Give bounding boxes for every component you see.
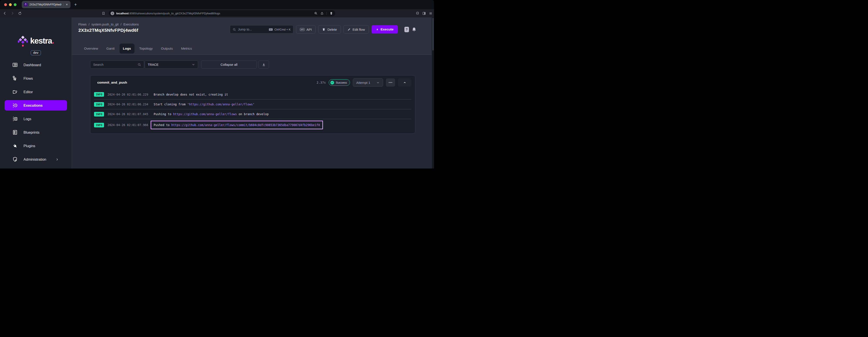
logs-icon — [12, 116, 18, 122]
back-icon[interactable] — [3, 11, 7, 15]
menu-hamburger-icon[interactable] — [429, 12, 432, 15]
tab-metrics[interactable]: Metrics — [178, 43, 195, 54]
zoom-page-icon[interactable] — [314, 11, 317, 15]
sidebar-item-label: Flows — [24, 76, 33, 81]
breadcrumb-separator: / — [89, 23, 89, 26]
jump-to-placeholder: Jump to... — [238, 28, 252, 31]
sidebar-item-editor[interactable]: Editor — [5, 87, 67, 97]
logs-toolbar: TRACE Collapse all — [90, 61, 415, 68]
log-text: on branch develop — [237, 112, 269, 116]
task-menu-button[interactable] — [386, 79, 395, 87]
api-button[interactable]: API API — [296, 25, 316, 33]
tab-logs[interactable]: Logs — [120, 43, 134, 54]
collapse-all-button[interactable]: Collapse all — [201, 61, 257, 68]
delete-button[interactable]: Delete — [318, 25, 341, 33]
window-minimize-button[interactable] — [9, 3, 12, 6]
log-row: INFO2024-04-26 02:01:07.045Pushing to ht… — [94, 109, 411, 119]
log-search-field[interactable] — [90, 61, 144, 68]
sidebar-item-label: Editor — [24, 90, 33, 94]
bookmark-icon[interactable] — [102, 11, 105, 15]
task-duration: 2.37s — [317, 81, 326, 84]
kestra-logo-icon — [18, 36, 28, 47]
log-level-select[interactable]: TRACE — [145, 61, 198, 68]
url-bar[interactable]: i localhost:8080/ui/executions/system/pu… — [109, 10, 335, 16]
chevron-right-icon — [56, 158, 59, 161]
breadcrumb-separator: / — [121, 23, 121, 26]
sidebar-item-logs[interactable]: Logs — [5, 114, 67, 124]
browser-tabstrip: 2X3x2TMqX5NfvFPDj4wd6f ✕ + — [0, 0, 434, 9]
log-timestamp: 2024-04-26 02:01:07.966 — [107, 123, 148, 127]
sidebar: kestra. dev DashboardFlowsEditorExecutio… — [0, 18, 72, 168]
attempt-select[interactable]: Attempt 1 — [353, 79, 383, 87]
help-button[interactable]: ? — [404, 27, 409, 32]
forward-icon[interactable] — [10, 11, 14, 15]
notifications-bell-icon[interactable] — [411, 27, 416, 32]
kestra-wordmark: kestra. — [30, 36, 54, 46]
log-text: Pushed to — [154, 123, 171, 127]
window-close-button[interactable] — [4, 3, 7, 6]
brand-dot: . — [52, 36, 54, 45]
dashboard-icon — [12, 62, 18, 68]
search-icon — [137, 63, 141, 66]
status-badge: Success — [329, 79, 350, 86]
tab-close-icon[interactable]: ✕ — [65, 3, 68, 6]
edit-flow-button[interactable]: Edit flow — [343, 25, 369, 33]
log-row: INFO2024-04-26 02:01:06.234Start cloning… — [94, 99, 411, 109]
log-text: ' — [253, 102, 254, 106]
scrollbar-thumb[interactable] — [432, 18, 434, 51]
sidebar-item-executions[interactable]: Executions — [5, 100, 67, 111]
url-host: localhost — [116, 12, 129, 15]
log-text: Pushing to — [154, 112, 173, 116]
sidebar-item-blueprints[interactable]: Blueprints — [5, 127, 67, 137]
log-message: Start cloning from 'https://github.com/a… — [154, 102, 254, 106]
log-link[interactable]: https://github.com/anna-geller/flows — [189, 102, 253, 106]
tab-gantt[interactable]: Gantt — [103, 43, 118, 54]
sidebar-item-label: Administration — [24, 157, 46, 161]
breadcrumb-item[interactable]: Flows — [79, 23, 87, 26]
breadcrumb-item[interactable]: Executions — [123, 23, 139, 26]
urlbar-divider — [327, 12, 327, 15]
sidebar-item-administration[interactable]: Administration — [5, 154, 67, 164]
kestra-logo[interactable]: kestra. — [0, 36, 72, 47]
url-path: :8080/ui/executions/system/push_to_git/2… — [129, 12, 220, 15]
editor-icon — [12, 89, 18, 95]
url-text: localhost:8080/ui/executions/system/push… — [116, 12, 220, 15]
header-actions: Jump to... Ctrl/Cmd + K API API Delete — [230, 25, 416, 33]
sidebar-panel-icon[interactable] — [422, 11, 426, 15]
sidebar-nav: DashboardFlowsEditorExecutionsLogsBluepr… — [0, 60, 72, 164]
jump-to-search[interactable]: Jump to... Ctrl/Cmd + K — [230, 25, 293, 33]
sidebar-item-label: Plugins — [24, 144, 35, 148]
attempt-value: Attempt 1 — [356, 81, 370, 85]
content-area: TRACE Collapse all commit_and_push — [72, 55, 434, 168]
share-icon[interactable] — [320, 11, 324, 15]
page-scrollbar[interactable] — [432, 18, 434, 168]
search-icon — [233, 28, 236, 31]
log-link[interactable]: https://github.com/anna-geller/flows/com… — [171, 123, 320, 127]
window-zoom-button[interactable] — [14, 3, 17, 6]
sidebar-item-flows[interactable]: Flows — [5, 73, 67, 84]
environment-badge: dev — [31, 50, 41, 55]
log-timestamp: 2024-04-26 02:01:06.234 — [107, 102, 148, 106]
tab-overview[interactable]: Overview — [81, 43, 102, 54]
breadcrumb-item[interactable]: system.push_to_git — [91, 23, 119, 26]
tab-outputs[interactable]: Outputs — [158, 43, 176, 54]
reload-icon[interactable] — [18, 11, 22, 15]
sidebar-item-dashboard[interactable]: Dashboard — [5, 60, 67, 70]
browser-tab[interactable]: 2X3x2TMqX5NfvFPDj4wd6f ✕ — [22, 1, 70, 8]
extensions-icon[interactable] — [416, 11, 420, 15]
keyboard-icon — [269, 28, 273, 31]
sidebar-item-plugins[interactable]: Plugins — [5, 141, 67, 151]
new-tab-button[interactable]: + — [74, 2, 77, 7]
download-logs-button[interactable] — [258, 61, 269, 68]
sidebar-item-label: Logs — [24, 117, 31, 121]
log-level-badge: INFO — [94, 112, 104, 117]
administration-icon — [12, 156, 18, 162]
collapse-task-button[interactable] — [398, 79, 411, 87]
log-search-input[interactable] — [93, 63, 137, 66]
tab-topology[interactable]: Topology — [136, 43, 156, 54]
kestra-favicon-icon — [24, 3, 28, 6]
brave-shield-icon[interactable] — [330, 11, 333, 15]
execute-button[interactable]: Execute — [372, 25, 398, 33]
site-info-icon[interactable]: i — [111, 11, 114, 15]
log-link[interactable]: https://github.com/anna-geller/flows — [173, 112, 237, 116]
